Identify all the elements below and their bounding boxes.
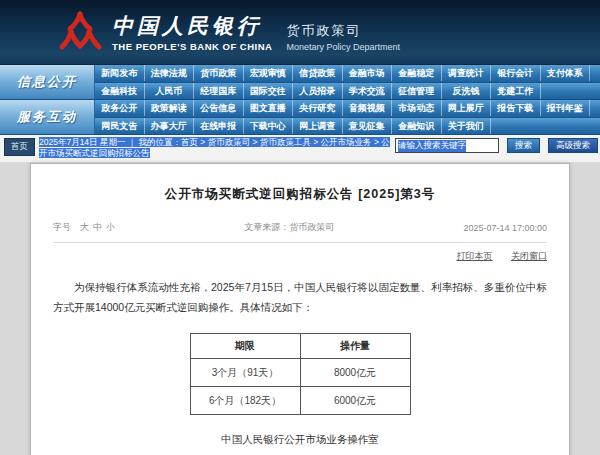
site-header: 中国人民银行 THE PEOPLE'S BANK OF CHINA 货币政策司 …	[0, 0, 600, 65]
nav-row: 金融科技人民币经理国库国际交往人员招录学术交流征信管理反洗钱党建工作	[95, 82, 600, 100]
nav-item[interactable]: 人民币	[145, 83, 195, 99]
nav-item[interactable]: 音频视频	[343, 100, 393, 116]
table-header-cell: 操作量	[300, 334, 410, 359]
table-row: 3个月（91天）8000亿元	[190, 359, 410, 387]
nav-item[interactable]: 图文直播	[244, 100, 294, 116]
print-page-link[interactable]: 打印本页	[456, 251, 492, 261]
nav-item[interactable]: 银行会计	[491, 65, 541, 81]
nav-item[interactable]: 新闻发布	[95, 65, 145, 81]
article-meta: 字号 大中小 文章来源：货币政策司 2025-07-14 17:00:00	[53, 221, 547, 243]
operation-table: 期限操作量 3个月（91天）8000亿元6个月（182天）6000亿元	[190, 333, 411, 415]
department-name-en: Monetary Policy Department	[286, 42, 400, 52]
search-area: 请输入搜索关键字 搜索 高级搜索	[395, 138, 598, 153]
nav-item[interactable]: 政策解读	[145, 100, 195, 116]
nav-item[interactable]: 金融稳定	[392, 65, 442, 81]
table-cell: 3个月（91天）	[190, 359, 300, 387]
pboc-logo-icon	[58, 10, 102, 54]
nav-group: 服务互动政务公开政策解读公告信息图文直播央行研究音频视频市场动态网上展厅报告下载…	[0, 100, 600, 135]
font-size-option[interactable]: 中	[93, 222, 102, 232]
nav-item[interactable]: 党建工作	[491, 83, 541, 99]
nav-item[interactable]: 国际交往	[244, 83, 294, 99]
nav-item[interactable]: 报告下载	[491, 100, 541, 116]
font-size-label: 字号	[53, 221, 71, 234]
nav-item[interactable]: 意见征集	[343, 118, 393, 134]
nav-item[interactable]: 市场动态	[392, 100, 442, 116]
advanced-search-button[interactable]: 高级搜索	[548, 138, 598, 153]
nav-item[interactable]: 人员招录	[293, 83, 343, 99]
nav-group-label[interactable]: 服务互动	[0, 100, 95, 134]
department-name-cn: 货币政策司	[286, 22, 400, 40]
table-header-cell: 期限	[190, 334, 300, 359]
nav-item[interactable]: 在线申报	[194, 118, 244, 134]
table-cell: 8000亿元	[300, 359, 410, 387]
nav-item[interactable]: 网民文告	[95, 118, 145, 134]
nav-item[interactable]: 下载中心	[244, 118, 294, 134]
main-navigation: 信息公开新闻发布法律法规货币政策宏观审慎信贷政策金融市场金融稳定调查统计银行会计…	[0, 65, 600, 135]
article-title: 公开市场买断式逆回购招标公告 [2025]第3号	[53, 186, 547, 203]
breadcrumb-bar: 首页 2025年7月14日 星期一 ｜ 我的位置：首页 > 货币政策司 > 货币…	[0, 135, 600, 162]
bank-name-cn: 中国人民银行	[112, 12, 272, 40]
nav-item[interactable]: 央行研究	[293, 100, 343, 116]
nav-rows: 政务公开政策解读公告信息图文直播央行研究音频视频市场动态网上展厅报告下载报刊年鉴…	[95, 100, 600, 134]
close-window-link[interactable]: 关闭窗口	[511, 251, 547, 261]
table-row: 6个月（182天）6000亿元	[190, 387, 410, 415]
nav-item[interactable]: 金融科技	[95, 83, 145, 99]
table-cell: 6个月（182天）	[190, 387, 300, 415]
table-cell: 6000亿元	[300, 387, 410, 415]
font-size-option[interactable]: 大	[80, 222, 89, 232]
breadcrumb-text: 2025年7月14日 星期一 ｜ 我的位置：首页 > 货币政策司 > 货币政策工…	[39, 137, 390, 158]
nav-item[interactable]: 网上展厅	[442, 100, 492, 116]
article-card: 公开市场买断式逆回购招标公告 [2025]第3号 字号 大中小 文章来源：货币政…	[30, 163, 570, 455]
nav-item[interactable]: 调查统计	[442, 65, 492, 81]
nav-item[interactable]: 金融市场	[343, 65, 393, 81]
nav-item[interactable]: 货币政策	[194, 65, 244, 81]
nav-item[interactable]: 征信管理	[392, 83, 442, 99]
bank-name-en: THE PEOPLE'S BANK OF CHINA	[112, 41, 272, 52]
nav-item[interactable]: 公告信息	[194, 100, 244, 116]
nav-item[interactable]: 反洗钱	[442, 83, 492, 99]
nav-item[interactable]: 宏观审慎	[244, 65, 294, 81]
department-title: 货币政策司 Monetary Policy Department	[286, 22, 400, 52]
nav-item[interactable]: 关于我们	[442, 118, 492, 134]
article-source: 文章来源：货币政策司	[115, 221, 463, 234]
nav-item[interactable]: 网上调查	[293, 118, 343, 134]
font-size-controls: 字号 大中小	[53, 221, 115, 234]
breadcrumb: 2025年7月14日 星期一 ｜ 我的位置：首页 > 货币政策司 > 货币政策工…	[39, 137, 395, 158]
article-datetime: 2025-07-14 17:00:00	[463, 223, 547, 233]
nav-row: 政务公开政策解读公告信息图文直播央行研究音频视频市场动态网上展厅报告下载报刊年鉴	[95, 100, 600, 117]
nav-group: 信息公开新闻发布法律法规货币政策宏观审慎信贷政策金融市场金融稳定调查统计银行会计…	[0, 65, 600, 100]
search-placeholder: 请输入搜索关键字	[398, 140, 466, 152]
article-body: 为保持银行体系流动性充裕，2025年7月15日，中国人民银行将以固定数量、利率招…	[53, 277, 547, 317]
nav-item[interactable]: 支付体系	[541, 65, 591, 81]
nav-item[interactable]: 办事大厅	[145, 118, 195, 134]
nav-item[interactable]: 政务公开	[95, 100, 145, 116]
nav-group-label[interactable]: 信息公开	[0, 65, 95, 99]
search-input[interactable]: 请输入搜索关键字	[395, 138, 499, 153]
nav-item[interactable]: 法律法规	[145, 65, 195, 81]
home-button[interactable]: 首页	[4, 138, 35, 156]
bank-title: 中国人民银行 THE PEOPLE'S BANK OF CHINA	[112, 12, 272, 52]
font-size-option[interactable]: 小	[106, 222, 115, 232]
nav-item[interactable]: 学术交流	[343, 83, 393, 99]
article-signature: 中国人民银行公开市场业务操作室	[53, 433, 547, 447]
search-button[interactable]: 搜索	[507, 138, 540, 153]
nav-item[interactable]: 报刊年鉴	[541, 100, 591, 116]
nav-rows: 新闻发布法律法规货币政策宏观审慎信贷政策金融市场金融稳定调查统计银行会计支付体系…	[95, 65, 600, 99]
nav-item[interactable]: 信贷政策	[293, 65, 343, 81]
nav-item[interactable]: 金融知识	[392, 118, 442, 134]
nav-row: 新闻发布法律法规货币政策宏观审慎信贷政策金融市场金融稳定调查统计银行会计支付体系	[95, 65, 600, 82]
font-size-links: 大中小	[76, 221, 115, 234]
nav-row: 网民文告办事大厅在线申报下载中心网上调查意见征集金融知识关于我们	[95, 117, 600, 135]
nav-item[interactable]: 经理国库	[194, 83, 244, 99]
page-actions: 打印本页 关闭窗口	[53, 250, 547, 263]
